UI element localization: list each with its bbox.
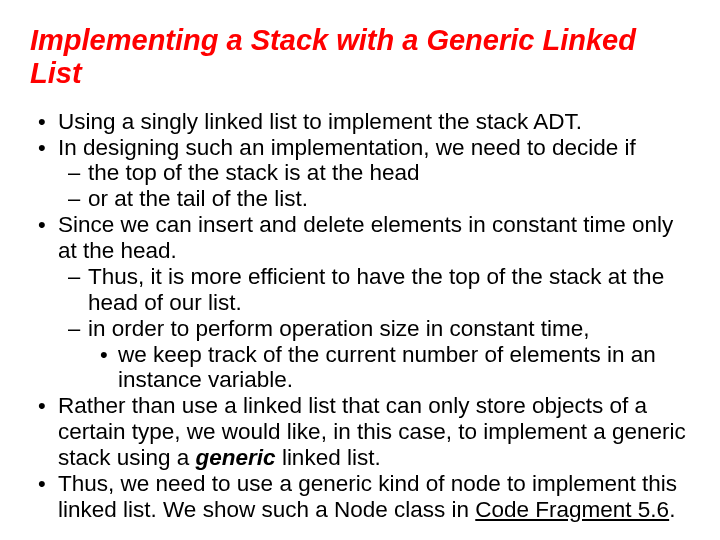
bullet-item: Since we can insert and delete elements … — [30, 212, 690, 393]
sub-sub-list: we keep track of the current number of e… — [88, 342, 690, 394]
bullet-text: Thus, it is more efficient to have the t… — [88, 264, 664, 315]
bullet-text-bold: generic — [196, 445, 276, 470]
bullet-item: Rather than use a linked list that can o… — [30, 393, 690, 471]
bullet-text-post: linked list. — [276, 445, 381, 470]
bullet-text: in order to perform operation size in co… — [88, 316, 590, 341]
bullet-text: or at the tail of the list. — [88, 186, 308, 211]
sub-list: Thus, it is more efficient to have the t… — [58, 264, 690, 393]
slide-title: Implementing a Stack with a Generic Link… — [30, 24, 690, 91]
code-fragment-link: Code Fragment 5.6 — [475, 497, 669, 522]
bullet-text: Since we can insert and delete elements … — [58, 212, 673, 263]
sub-bullet-item: or at the tail of the list. — [58, 186, 690, 212]
bullet-text: In designing such an implementation, we … — [58, 135, 636, 160]
slide: Implementing a Stack with a Generic Link… — [0, 0, 720, 540]
sub-bullet-item: Thus, it is more efficient to have the t… — [58, 264, 690, 316]
sub-list: the top of the stack is at the head or a… — [58, 160, 690, 212]
bullet-text-post: . — [669, 497, 675, 522]
bullet-item: Using a singly linked list to implement … — [30, 109, 690, 135]
bullet-list: Using a singly linked list to implement … — [30, 109, 690, 523]
sub-bullet-item: the top of the stack is at the head — [58, 160, 690, 186]
sub-bullet-item: in order to perform operation size in co… — [58, 316, 690, 394]
bullet-text: Using a singly linked list to implement … — [58, 109, 582, 134]
bullet-item: In designing such an implementation, we … — [30, 135, 690, 213]
bullet-text: the top of the stack is at the head — [88, 160, 419, 185]
sub-sub-bullet-item: we keep track of the current number of e… — [88, 342, 690, 394]
bullet-item: Thus, we need to use a generic kind of n… — [30, 471, 690, 523]
bullet-text: we keep track of the current number of e… — [118, 342, 656, 393]
